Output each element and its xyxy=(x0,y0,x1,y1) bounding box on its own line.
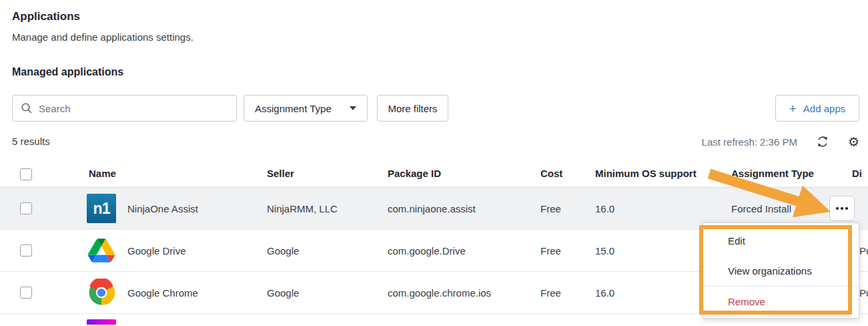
section-title: Managed applications xyxy=(12,66,123,78)
ninjaone-app-icon: n1 xyxy=(87,194,116,223)
cell-assignment-type: Forced Install xyxy=(731,203,791,214)
refresh-area: Last refresh: 2:36 PM ⚙ xyxy=(702,135,859,148)
gradient-app-icon-partial xyxy=(87,319,116,325)
column-header-name[interactable]: Name xyxy=(89,168,116,179)
cell-cost: Free xyxy=(540,203,561,214)
assignment-type-filter-label: Assignment Type xyxy=(255,103,332,114)
cell-package-id: com.google.Drive xyxy=(388,245,466,257)
cell-seller: NinjaRMM, LLC xyxy=(267,203,338,214)
row-actions-context-menu: Edit View organizations Remove xyxy=(703,222,859,319)
cell-seller: Google xyxy=(267,287,299,299)
assignment-type-filter-dropdown[interactable]: Assignment Type xyxy=(244,95,368,122)
google-drive-icon xyxy=(87,236,116,265)
menu-item-edit[interactable]: Edit xyxy=(703,226,859,256)
search-icon xyxy=(21,102,33,114)
ellipsis-icon xyxy=(836,207,839,210)
ellipsis-icon xyxy=(841,207,843,210)
cell-name: Google Chrome xyxy=(127,287,198,299)
results-count: 5 results xyxy=(12,136,50,147)
row-checkbox[interactable] xyxy=(20,244,32,257)
add-apps-label: Add apps xyxy=(803,103,845,114)
cell-package-id: com.ninjaone.assist xyxy=(388,203,476,214)
row-checkbox[interactable] xyxy=(20,287,32,299)
cell-min-os: 15.0 xyxy=(595,245,614,257)
cell-name: NinjaOne Assist xyxy=(127,203,198,214)
cell-min-os: 16.0 xyxy=(595,203,614,214)
plus-icon: + xyxy=(789,102,797,115)
cell-min-os: 16.0 xyxy=(595,287,614,299)
cell-cost: Free xyxy=(540,245,561,257)
column-header-package-id[interactable]: Package ID xyxy=(388,168,441,179)
last-refresh-timestamp: Last refresh: 2:36 PM xyxy=(702,136,797,148)
more-filters-button[interactable]: More filters xyxy=(377,95,448,122)
refresh-button[interactable] xyxy=(816,135,829,148)
page-subtitle: Manage and define applications settings. xyxy=(12,31,193,43)
applications-page: Applications Manage and define applicati… xyxy=(0,0,868,326)
row-checkbox[interactable] xyxy=(20,202,32,214)
table-header-row: Name Seller Package ID Cost Minimum OS s… xyxy=(0,160,868,188)
cell-package-id: com.google.chrome.ios xyxy=(388,287,491,299)
column-header-cost[interactable]: Cost xyxy=(540,168,562,179)
cell-distribution-fragment: Pu xyxy=(859,287,868,299)
page-title: Applications xyxy=(12,10,80,23)
cell-cost: Free xyxy=(540,287,561,299)
gear-icon: ⚙ xyxy=(848,136,859,148)
row-actions-ellipsis-button[interactable] xyxy=(829,196,855,221)
cell-distribution-fragment: Pu xyxy=(859,245,868,257)
add-apps-button[interactable]: + Add apps xyxy=(775,95,859,122)
select-all-checkbox[interactable] xyxy=(20,168,32,180)
google-chrome-icon xyxy=(87,278,116,307)
menu-item-remove[interactable]: Remove xyxy=(703,287,859,317)
search-box[interactable] xyxy=(12,95,237,122)
ellipsis-icon xyxy=(845,207,848,210)
column-header-min-os[interactable]: Minimum OS support xyxy=(595,168,697,179)
column-header-assignment-type[interactable]: Assignment Type xyxy=(731,168,814,179)
chevron-down-icon xyxy=(350,106,356,110)
search-input[interactable] xyxy=(39,103,219,114)
menu-item-view-organizations[interactable]: View organizations xyxy=(703,256,859,286)
cell-name: Google Drive xyxy=(127,245,186,257)
cell-seller: Google xyxy=(267,245,299,257)
toolbar: Assignment Type More filters + Add apps xyxy=(0,95,868,122)
table-settings-button[interactable]: ⚙ xyxy=(848,136,859,148)
column-header-distribution-clipped[interactable]: Di xyxy=(852,168,862,179)
column-header-seller[interactable]: Seller xyxy=(267,168,294,179)
refresh-icon xyxy=(816,135,829,148)
